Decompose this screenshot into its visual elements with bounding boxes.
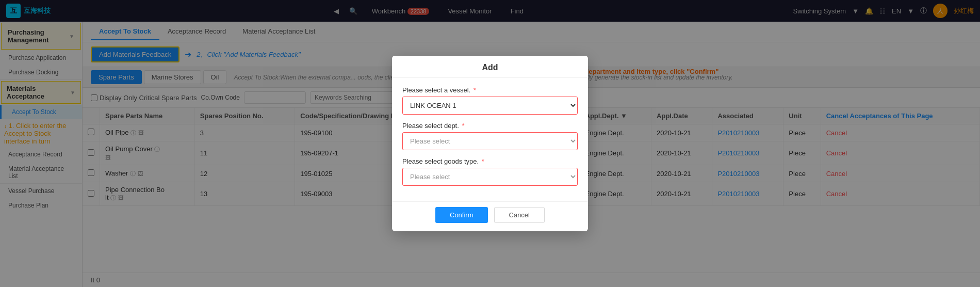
- vessel-select-wrapper: LINK OCEAN 1: [402, 97, 578, 115]
- goods-required: *: [482, 157, 484, 165]
- confirm-button[interactable]: Confirm: [435, 207, 488, 223]
- modal-title: Add: [392, 56, 588, 78]
- modal-footer: Confirm Cancel: [392, 201, 588, 231]
- goods-type-field: Please select goods type. * Please selec…: [402, 157, 578, 186]
- vessel-required: *: [473, 86, 476, 94]
- vessel-field: Please select a vessel. * LINK OCEAN 1: [402, 86, 578, 115]
- goods-type-select[interactable]: Please select: [402, 168, 578, 186]
- vessel-label: Please select a vessel. *: [402, 86, 578, 94]
- modal-body: Please select a vessel. * LINK OCEAN 1 P…: [392, 78, 588, 201]
- cancel-modal-button[interactable]: Cancel: [494, 207, 545, 223]
- dept-label: Please select dept. *: [402, 122, 578, 130]
- dept-field: Please select dept. * Please select: [402, 122, 578, 150]
- add-modal: Add Please select a vessel. * LINK OCEAN…: [392, 56, 588, 231]
- modal-overlay: Add Please select a vessel. * LINK OCEAN…: [0, 0, 980, 287]
- vessel-select[interactable]: LINK OCEAN 1: [403, 97, 577, 114]
- dept-select[interactable]: Please select: [402, 132, 578, 150]
- dept-required: *: [462, 122, 464, 130]
- goods-type-label: Please select goods type. *: [402, 157, 578, 165]
